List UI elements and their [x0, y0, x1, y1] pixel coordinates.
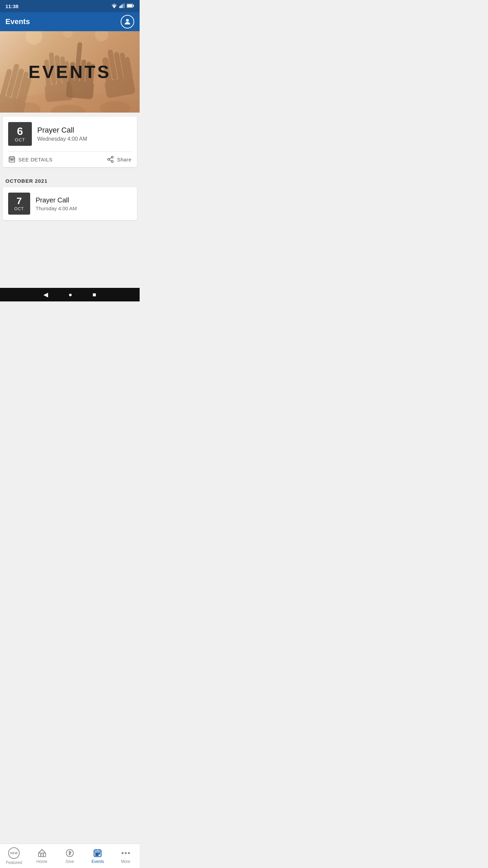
- app-bar: Events: [0, 12, 140, 31]
- featured-event-month: OCT: [15, 137, 25, 142]
- svg-rect-41: [9, 157, 15, 162]
- featured-event-info: Prayer Call Wednesday 4:00 AM: [37, 126, 131, 142]
- svg-point-38: [25, 31, 42, 45]
- svg-rect-34: [66, 80, 94, 99]
- featured-event-body: 6 OCT Prayer Call Wednesday 4:00 AM: [3, 117, 137, 151]
- svg-rect-3: [122, 4, 123, 8]
- svg-rect-1: [119, 6, 120, 8]
- featured-event-time: Wednesday 4:00 AM: [37, 136, 131, 142]
- calendar-icon: [8, 156, 16, 163]
- svg-point-40: [63, 31, 73, 38]
- hero-title: EVENTS: [28, 62, 111, 82]
- month-header: OCTOBER 2021: [0, 171, 140, 187]
- see-details-button[interactable]: SEE DETAILS: [8, 156, 53, 163]
- featured-event-day: 6: [17, 126, 23, 137]
- featured-event-date-badge: 6 OCT: [8, 122, 32, 146]
- wifi-icon: [111, 3, 117, 9]
- list-event-time: Thursday 4:00 AM: [36, 205, 131, 211]
- share-button[interactable]: Share: [107, 156, 131, 163]
- home-button[interactable]: ●: [68, 291, 72, 298]
- event-list-item[interactable]: 7 OCT Prayer Call Thursday 4:00 AM: [3, 187, 137, 220]
- share-icon: [107, 156, 114, 163]
- signal-icon: [119, 3, 125, 9]
- svg-point-9: [126, 19, 129, 22]
- profile-button[interactable]: [121, 15, 134, 28]
- app-bar-title: Events: [5, 17, 30, 26]
- list-event-month: OCT: [14, 206, 24, 211]
- svg-rect-46: [12, 159, 14, 160]
- svg-point-39: [95, 31, 108, 41]
- status-time: 11:38: [5, 3, 18, 9]
- hero-banner: EVENTS: [0, 31, 140, 113]
- status-icons: [111, 3, 134, 9]
- event-card-actions: SEE DETAILS Share: [3, 152, 137, 167]
- svg-rect-8: [127, 4, 132, 7]
- list-event-day: 7: [17, 196, 22, 206]
- battery-icon: [127, 3, 134, 9]
- svg-rect-7: [133, 5, 134, 6]
- status-bar: 11:38: [0, 0, 140, 12]
- profile-icon: [123, 18, 131, 26]
- svg-rect-4: [123, 3, 124, 8]
- featured-event-card[interactable]: 6 OCT Prayer Call Wednesday 4:00 AM: [3, 117, 137, 167]
- list-event-info: Prayer Call Thursday 4:00 AM: [36, 196, 131, 211]
- svg-rect-5: [124, 3, 125, 8]
- main-content: EVENTS 6 OCT Prayer Call Wednesday 4:00 …: [0, 31, 140, 263]
- recent-button[interactable]: ■: [93, 291, 96, 298]
- system-nav: ◀ ● ■: [0, 288, 140, 301]
- list-event-name: Prayer Call: [36, 196, 131, 204]
- featured-event-name: Prayer Call: [37, 126, 131, 135]
- svg-line-48: [109, 158, 111, 159]
- svg-line-47: [109, 160, 111, 161]
- svg-rect-45: [10, 159, 12, 160]
- svg-rect-2: [120, 5, 121, 8]
- list-event-date-badge: 7 OCT: [8, 193, 30, 215]
- back-button[interactable]: ◀: [43, 291, 48, 298]
